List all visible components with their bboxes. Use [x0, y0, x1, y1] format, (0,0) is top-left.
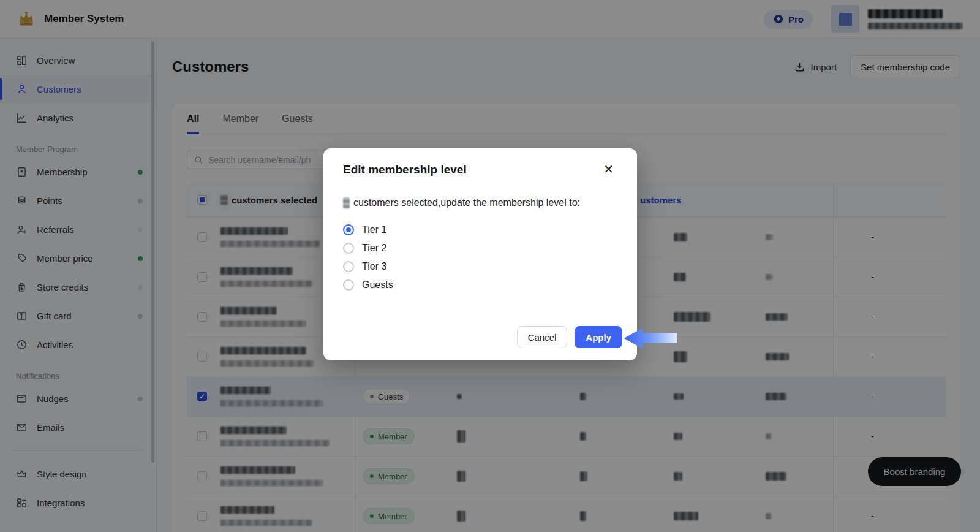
radio-label: Tier 3	[362, 261, 386, 272]
modal-title: Edit membership level	[343, 163, 467, 177]
modal-body-text: customers selected,update the membership…	[343, 197, 617, 208]
radio-label: Tier 2	[362, 243, 386, 254]
apply-button[interactable]: Apply	[575, 326, 622, 348]
radio-unselected-icon[interactable]	[343, 261, 354, 272]
radio-option-tier-1[interactable]: Tier 1	[343, 224, 617, 235]
radio-selected-icon[interactable]	[343, 224, 354, 235]
radio-label: Guests	[362, 279, 393, 291]
radio-unselected-icon[interactable]	[343, 243, 354, 254]
edit-membership-level-modal: Edit membership level ✕ customers select…	[323, 148, 637, 360]
radio-label: Tier 1	[362, 224, 386, 235]
radio-option-guests[interactable]: Guests	[343, 279, 617, 291]
count-redacted	[343, 197, 350, 208]
cancel-button[interactable]: Cancel	[517, 326, 568, 348]
pointer-arrow-annotation	[622, 325, 679, 352]
radio-option-tier-2[interactable]: Tier 2	[343, 243, 617, 254]
app-root: Member System Pro OverviewCustomersAnaly…	[0, 0, 980, 532]
radio-unselected-icon[interactable]	[343, 279, 354, 291]
close-x-icon[interactable]: ✕	[603, 163, 614, 175]
membership-level-options: Tier 1 Tier 2 Tier 3 Guests	[343, 224, 617, 291]
radio-option-tier-3[interactable]: Tier 3	[343, 261, 617, 272]
